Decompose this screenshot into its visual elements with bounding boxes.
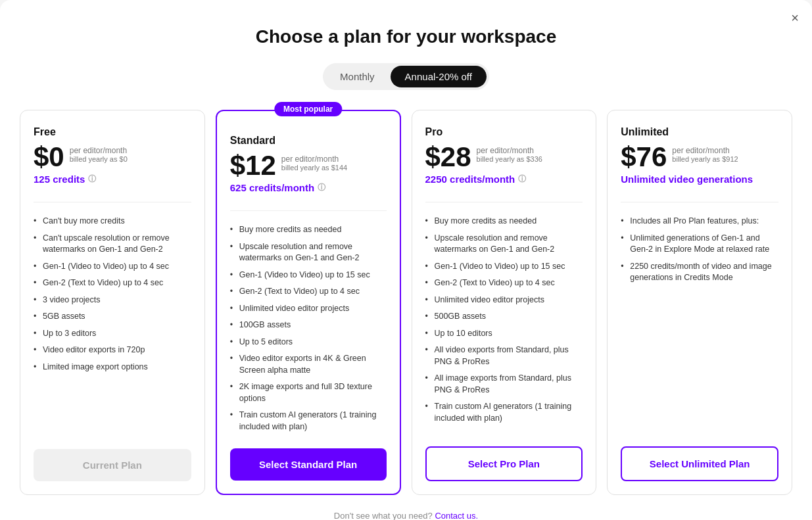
feature-item: 3 video projects xyxy=(34,292,191,309)
divider-pro xyxy=(425,202,583,202)
credits-label-free: 125 credits ⓘ xyxy=(34,174,191,185)
plan-name-standard: Standard xyxy=(230,135,387,147)
credits-label-pro: 2250 credits/month ⓘ xyxy=(425,174,583,185)
feature-item: 500GB assets xyxy=(425,308,583,325)
feature-item: Up to 10 editors xyxy=(425,325,583,343)
price-billed-pro: billed yearly as $336 xyxy=(477,155,542,163)
close-button[interactable]: × xyxy=(791,11,799,26)
feature-item: 5GB assets xyxy=(34,308,191,325)
credits-label-unlimited: Unlimited video generations xyxy=(621,174,778,185)
feature-item: Train custom AI generators (1 training i… xyxy=(230,407,387,435)
credits-info-icon: ⓘ xyxy=(318,182,325,193)
price-per-pro: per editor/month xyxy=(477,146,542,155)
feature-item: Up to 3 editors xyxy=(34,325,191,343)
feature-item: Gen-1 (Video to Video) up to 15 sec xyxy=(425,258,583,275)
feature-item: Buy more credits as needed xyxy=(230,222,387,239)
feature-item: Upscale resolution and remove watermarks… xyxy=(230,239,387,267)
plan-name-free: Free xyxy=(34,126,191,138)
price-row-free: $0 per editor/month billed yearly as $0 xyxy=(34,143,191,171)
feature-item: Video editor exports in 720p xyxy=(34,342,191,359)
contact-link[interactable]: Contact us. xyxy=(435,511,478,520)
feature-item: Gen-1 (Video to Video) up to 4 sec xyxy=(34,258,191,275)
price-per-unlimited: per editor/month xyxy=(672,146,738,155)
price-billed-standard: billed yearly as $144 xyxy=(281,164,347,172)
feature-item: 2250 credits/month of video and image ge… xyxy=(621,258,778,287)
divider-free xyxy=(34,202,191,202)
feature-item: Can't upscale resolution or remove water… xyxy=(34,230,191,258)
feature-item: Upscale resolution and remove watermarks… xyxy=(425,230,583,258)
divider-unlimited xyxy=(621,202,778,202)
feature-item: Gen-2 (Text to Video) up to 4 sec xyxy=(34,275,191,292)
feature-item: Gen-2 (Text to Video) up to 4 sec xyxy=(425,275,583,292)
price-amount-pro: $28 xyxy=(425,143,471,171)
modal-title: Choose a plan for your workspace xyxy=(13,26,799,47)
feature-item: 100GB assets xyxy=(230,317,387,334)
feature-item: All image exports from Standard, plus PN… xyxy=(425,370,583,398)
feature-item: Unlimited generations of Gen-1 and Gen-2… xyxy=(621,230,778,258)
plan-card-pro: Pro $28 per editor/month billed yearly a… xyxy=(412,110,597,495)
features-list-free: Can't buy more creditsCan't upscale reso… xyxy=(34,213,191,436)
monthly-toggle[interactable]: Monthly xyxy=(325,66,389,87)
price-billed-free: billed yearly as $0 xyxy=(70,155,128,163)
price-row-standard: $12 per editor/month billed yearly as $1… xyxy=(230,152,387,179)
billing-toggle: Monthly Annual-20% off xyxy=(323,63,489,90)
price-amount-unlimited: $76 xyxy=(621,143,667,171)
plan-card-free: Free $0 per editor/month billed yearly a… xyxy=(20,110,205,495)
feature-item: 2K image exports and full 3D texture opt… xyxy=(230,379,387,407)
feature-item: Limited image export options xyxy=(34,359,191,376)
footer-text: Don't see what you need? Contact us. xyxy=(13,511,799,520)
features-list-unlimited: Includes all Pro Plan features, plus:Unl… xyxy=(621,213,778,433)
divider-standard xyxy=(230,210,387,211)
annual-toggle[interactable]: Annual-20% off xyxy=(391,66,487,87)
feature-item: Gen-1 (Video to Video) up to 15 sec xyxy=(230,267,387,284)
credits-label-standard: 625 credits/month ⓘ xyxy=(230,182,387,193)
select-plan-button-free: Current Plan xyxy=(34,449,191,481)
plan-name-pro: Pro xyxy=(425,126,583,138)
price-amount-free: $0 xyxy=(34,143,64,171)
select-plan-button-pro[interactable]: Select Pro Plan xyxy=(425,446,583,481)
feature-item: Gen-2 (Text to Video) up to 4 sec xyxy=(230,283,387,300)
select-plan-button-unlimited[interactable]: Select Unlimited Plan xyxy=(621,446,778,481)
plan-name-unlimited: Unlimited xyxy=(621,126,778,138)
feature-item: Includes all Pro Plan features, plus: xyxy=(621,213,778,230)
pricing-modal: × Choose a plan for your workspace Month… xyxy=(0,0,812,520)
price-row-unlimited: $76 per editor/month billed yearly as $9… xyxy=(621,143,778,171)
feature-item: Video editor exports in 4K & Green Scree… xyxy=(230,350,387,379)
features-list-pro: Buy more credits as neededUpscale resolu… xyxy=(425,213,583,433)
price-per-standard: per editor/month xyxy=(281,154,347,164)
feature-item: Up to 5 editors xyxy=(230,334,387,351)
feature-item: Unlimited video editor projects xyxy=(425,292,583,309)
feature-item: Train custom AI generators (1 training i… xyxy=(425,398,583,427)
plan-card-unlimited: Unlimited $76 per editor/month billed ye… xyxy=(607,110,792,495)
credits-info-icon: ⓘ xyxy=(518,174,526,185)
billing-toggle-container: Monthly Annual-20% off xyxy=(13,63,799,90)
feature-item: Unlimited video editor projects xyxy=(230,300,387,318)
price-amount-standard: $12 xyxy=(230,152,276,179)
price-per-free: per editor/month xyxy=(70,146,128,155)
feature-item: All video exports from Standard, plus PN… xyxy=(425,342,583,370)
credits-info-icon: ⓘ xyxy=(88,174,96,185)
features-list-standard: Buy more credits as neededUpscale resolu… xyxy=(230,222,387,435)
price-row-pro: $28 per editor/month billed yearly as $3… xyxy=(425,143,583,171)
select-plan-button-standard[interactable]: Select Standard Plan xyxy=(230,448,387,481)
most-popular-badge: Most popular xyxy=(274,102,342,116)
price-billed-unlimited: billed yearly as $912 xyxy=(672,155,738,163)
feature-item: Can't buy more credits xyxy=(34,213,191,230)
plan-card-standard: Most popularStandard $12 per editor/mont… xyxy=(216,110,401,495)
feature-item: Buy more credits as needed xyxy=(425,213,583,230)
plans-grid: Free $0 per editor/month billed yearly a… xyxy=(13,110,799,495)
